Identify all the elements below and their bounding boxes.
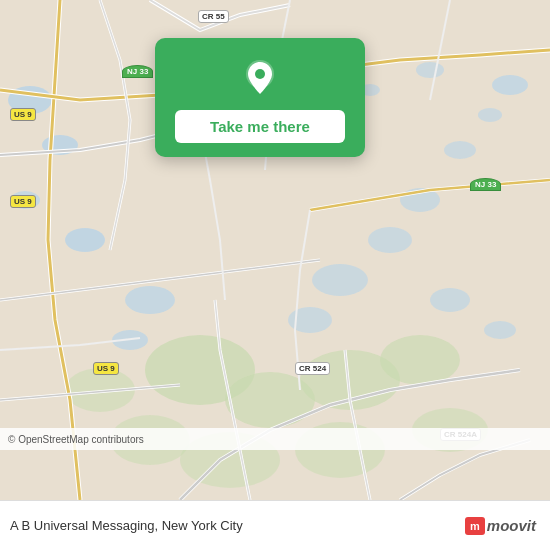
svg-point-5 <box>125 286 175 314</box>
road-badge-us9-left: US 9 <box>10 108 36 121</box>
svg-point-4 <box>65 228 105 252</box>
location-text: A B Universal Messaging, New York City <box>10 518 243 533</box>
take-me-there-button[interactable]: Take me there <box>175 110 345 143</box>
attribution-text: © OpenStreetMap contributors <box>8 434 144 445</box>
road-badge-nj33-top: NJ 33 <box>122 65 153 78</box>
svg-point-14 <box>368 227 412 253</box>
svg-point-11 <box>478 108 502 122</box>
svg-point-10 <box>492 75 528 95</box>
road-badge-us9-bot: US 9 <box>93 362 119 375</box>
map-container: CR 55 NJ 33 US 9 US 9 US 9 NJ 33 CR 524 … <box>0 0 550 500</box>
svg-point-9 <box>416 62 444 78</box>
svg-point-15 <box>312 264 368 296</box>
bottom-bar: A B Universal Messaging, New York City m… <box>0 500 550 550</box>
road-badge-cr524: CR 524 <box>295 362 330 375</box>
road-badge-cr55: CR 55 <box>198 10 229 23</box>
moovit-m-icon: m <box>465 517 485 535</box>
pin-icon <box>238 56 282 100</box>
svg-point-17 <box>430 288 470 312</box>
svg-point-22 <box>380 335 460 385</box>
destination-card: Take me there <box>155 38 365 157</box>
moovit-wordmark: moovit <box>487 517 536 534</box>
svg-point-18 <box>484 321 516 339</box>
svg-point-12 <box>444 141 476 159</box>
attribution-bar: © OpenStreetMap contributors <box>0 428 550 450</box>
road-badge-us9-mid: US 9 <box>10 195 36 208</box>
moovit-logo: m moovit <box>465 517 536 535</box>
road-badge-nj33-right: NJ 33 <box>470 178 501 191</box>
svg-point-30 <box>255 69 265 79</box>
